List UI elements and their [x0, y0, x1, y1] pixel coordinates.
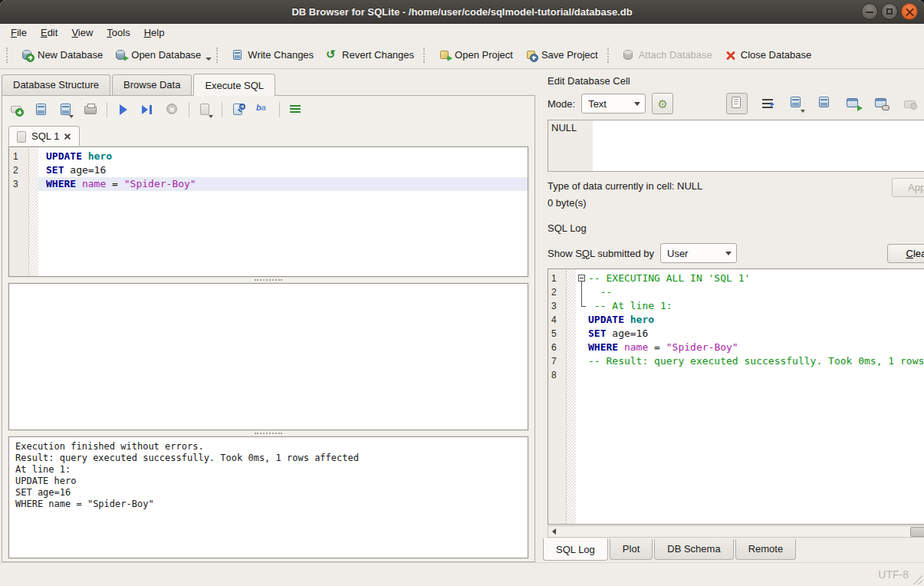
tab-db-schema[interactable]: DB Schema — [654, 539, 733, 560]
right-panel: Edit Database Cell Mode: Text ⚙ — [541, 69, 924, 562]
sql-log-dock: SQL Log Show SQL submitted by User Clear — [541, 212, 924, 562]
word-wrap-button[interactable] — [761, 96, 776, 111]
tab-plot[interactable]: Plot — [610, 539, 653, 560]
scroll-thumb[interactable] — [910, 527, 924, 537]
open-project-button[interactable]: Open Project — [432, 46, 519, 64]
resize-grip[interactable] — [913, 575, 922, 584]
mode-select[interactable]: Text — [581, 94, 646, 114]
revert-changes-icon: ↺ — [326, 49, 338, 61]
text-view-button[interactable] — [726, 93, 748, 114]
sql-file-tab-label: SQL 1 — [31, 130, 59, 142]
log-fold-margin — [567, 269, 576, 524]
execution-message-box[interactable]: Execution finished without errors. Resul… — [8, 436, 528, 558]
menu-file[interactable]: File — [5, 25, 33, 40]
editor-code-area[interactable]: UPDATE hero SET age=16 WHERE name = "Spi… — [38, 147, 528, 276]
open-project-icon — [439, 49, 451, 61]
stop-execution-button[interactable] — [166, 103, 179, 117]
sql-editor[interactable]: 1 2 3 UPDATE hero SET age=16 WHERE name … — [8, 146, 528, 277]
main-area: Database Structure Browse Data Execute S… — [0, 69, 924, 562]
chevron-down-icon — [725, 252, 732, 255]
menu-tools[interactable]: Tools — [100, 25, 136, 40]
results-message-splitter[interactable] — [2, 430, 534, 436]
tab-execute-sql[interactable]: Execute SQL — [193, 74, 275, 96]
toolbar-separator — [607, 48, 613, 63]
cell-value-editor[interactable]: NULL — [547, 120, 924, 172]
open-database-button[interactable]: Open Database — [109, 46, 207, 64]
menu-help[interactable]: Help — [138, 25, 171, 40]
tab-remote[interactable]: Remote — [735, 539, 797, 560]
find-button[interactable] — [232, 103, 245, 117]
close-database-button[interactable]: Close Database — [718, 46, 818, 64]
new-database-icon — [21, 49, 34, 61]
close-button[interactable] — [901, 3, 918, 20]
execute-line-button[interactable] — [141, 103, 155, 117]
open-sql-file-button[interactable] — [35, 103, 48, 117]
write-changes-icon — [232, 49, 244, 61]
format-sql-button[interactable] — [289, 103, 303, 117]
status-bar: UTF-8 — [0, 562, 924, 586]
log-line: -- Result: query executed successfully. … — [576, 354, 924, 368]
toolbar-handle — [6, 48, 12, 63]
editor-results-splitter[interactable] — [2, 277, 534, 283]
log-code-area[interactable]: -- EXECUTING ALL IN 'SQL 1' -- -- At lin… — [576, 269, 924, 524]
toolbar-separator — [216, 48, 222, 63]
execute-sql-pane: ba SQL 1 1 2 3 — [2, 95, 535, 562]
minimize-button[interactable] — [861, 3, 878, 20]
fold-collapse-icon[interactable] — [578, 275, 585, 281]
save-project-icon — [525, 49, 538, 61]
execution-message-line: Execution finished without errors. — [15, 441, 204, 452]
close-sql-tab-icon[interactable] — [64, 133, 71, 140]
tab-browse-data[interactable]: Browse Data — [112, 74, 192, 95]
results-pane[interactable] — [8, 283, 528, 430]
new-database-button[interactable]: New Database — [15, 46, 109, 64]
sql-file-tab[interactable]: SQL 1 — [8, 126, 80, 146]
cell-mode-row: Mode: Text ⚙ — [541, 91, 924, 117]
log-line: -- — [576, 285, 924, 299]
toolbar-separator — [423, 48, 429, 63]
attach-database-button[interactable]: Attach Database — [617, 46, 718, 64]
open-external-button[interactable] — [846, 96, 861, 111]
save-sql-file-button[interactable] — [59, 103, 73, 117]
print-sql-button[interactable] — [84, 103, 97, 117]
tab-sql-log[interactable]: SQL Log — [543, 538, 608, 561]
log-line: -- At line 1: — [576, 299, 924, 313]
sql-log-view[interactable]: 1 2 3 4 5 6 7 8 -- EXECUTING ALL IN 'SQL… — [547, 268, 924, 525]
open-sql-tab-button[interactable] — [10, 103, 24, 117]
code-line-current: WHERE name = "Spider-Boy" — [38, 177, 528, 191]
tab-database-structure[interactable]: Database Structure — [2, 74, 110, 95]
cell-info-row: Type of data currently in cell: NULL 0 b… — [541, 172, 924, 212]
open-database-dropdown[interactable] — [206, 58, 212, 61]
submitted-by-select[interactable]: User — [660, 243, 737, 263]
menu-view[interactable]: View — [65, 25, 99, 40]
export-cell-button[interactable] — [817, 96, 833, 111]
auto-switch-mode-button[interactable]: ⚙ — [652, 93, 673, 114]
sql-file-icon — [17, 130, 27, 142]
editor-fold-margin — [29, 147, 38, 276]
find-replace-button[interactable]: ba — [256, 103, 270, 117]
scroll-track[interactable] — [559, 526, 924, 537]
revert-changes-button[interactable]: ↺ Revert Changes — [320, 46, 420, 64]
maximize-button[interactable] — [881, 3, 898, 20]
mode-label: Mode: — [547, 98, 575, 110]
open-database-icon — [115, 49, 127, 61]
set-null-button[interactable] — [903, 96, 918, 111]
save-results-button[interactable] — [199, 103, 212, 117]
menu-edit[interactable]: Edit — [35, 25, 64, 40]
encoding-indicator[interactable]: UTF-8 — [878, 568, 909, 581]
title-bar: DB Browser for SQLite - /home/user/code/… — [0, 0, 924, 24]
import-cell-button[interactable] — [789, 96, 804, 111]
apply-button[interactable]: Apply — [892, 178, 924, 197]
execute-all-button[interactable] — [117, 103, 130, 117]
write-changes-button[interactable]: Write Changes — [225, 46, 320, 64]
save-project-button[interactable]: Save Project — [519, 46, 604, 64]
execution-message-line: Result: query executed successfully. Too… — [15, 453, 359, 463]
scroll-left-arrow[interactable] — [548, 526, 559, 537]
sql-file-tab-bar: SQL 1 — [2, 123, 534, 146]
minimize-icon — [866, 12, 873, 13]
filter-label: Show SQL submitted by — [547, 248, 654, 259]
log-line: -- EXECUTING ALL IN 'SQL 1' — [576, 272, 924, 285]
clear-log-button[interactable]: Clear — [887, 244, 924, 263]
copy-link-button[interactable] — [874, 96, 889, 111]
code-line: SET age=16 — [38, 163, 528, 177]
log-horizontal-scrollbar[interactable] — [547, 525, 924, 538]
